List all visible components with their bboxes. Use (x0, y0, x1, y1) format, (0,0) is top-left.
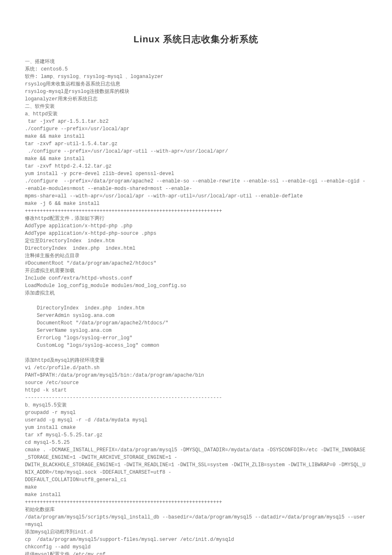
text-line: 初始化数据库 (25, 506, 367, 514)
text-line: ./configure --prefix=/usr/local/apr (25, 125, 367, 133)
text-line: 一、搭建环境 (25, 58, 367, 66)
text-line: 注释掉主服务的站点目录 (25, 252, 367, 260)
text-line: 软件: lamp、rsyslog、rsyslog-mysql 、loganaly… (25, 73, 367, 80)
text-line: 开启虚拟主机需要加载 (25, 267, 367, 275)
text-line: AddType application/x-httpd-php .php (25, 222, 367, 230)
text-line: ServerName syslog.ana.com (25, 327, 367, 334)
text-line: make -j 6 && make install (25, 200, 367, 207)
text-line: CustomLog "logs/syslog-access_log" commo… (25, 342, 367, 349)
text-line: groupadd -r mysql (25, 409, 367, 416)
text-line: 定位至DirectoryIndex index.htm (25, 237, 367, 245)
text-line: 添加虚拟主机 (25, 290, 367, 297)
text-line: ./configure --prefix=/data/program/apach… (25, 178, 367, 192)
text-line: tar xf mysql-5.5.25.tar.gz (25, 431, 367, 439)
text-line: loganalyzer用来分析系统日志 (25, 95, 367, 103)
text-line: tar -jxvf apr-1.5.1.tar.bz2 (25, 118, 367, 125)
text-line: tar -zxvf apr-util-1.5.4.tar.gz (25, 140, 367, 148)
text-line: /data/program/mysql5/scripts/mysql_insta… (25, 514, 367, 528)
text-line: cp /data/program/mysql5/support-files/my… (25, 536, 367, 543)
text-line: DWITH_BLACKHOLE_STORAGE_ENGINE=1 -DWITH_… (25, 461, 367, 476)
text-line: b、mysql5.5安装 (25, 402, 367, 409)
text-line: LoadModule log_config_module modules/mod… (25, 282, 367, 290)
text-line: rsyslog-mysql是rsyslog连接数据库的模块 (25, 88, 367, 95)
text-line: ./configure --prefix=/usr/local/apr-util… (25, 148, 367, 155)
text-line: make && make install (25, 133, 367, 140)
text-line: a、httpd安装 (25, 110, 367, 118)
text-line: make install (25, 491, 367, 499)
text-line: tar -zxvf httpd-2.4.12.tar.gz (25, 163, 367, 170)
text-line: ErrorLog "logs/syslog-error_log" (25, 334, 367, 342)
document-page: Linux 系统日志收集分析系统 一、搭建环境系统: centos6.5软件: … (0, 0, 392, 555)
text-line: cmake . -DCMAKE_INSTALL_PREFIX=/data/pro… (25, 446, 367, 461)
text-line: DDEFAULT_COLLATION=utf8_general_ci (25, 476, 367, 484)
text-line: source /etc/source (25, 379, 367, 387)
text-line (25, 297, 367, 304)
text-line: 添加httpd及mysql的路径环境变量 (25, 357, 367, 364)
text-line: chkconfig --add mysqld (25, 543, 367, 551)
text-line: AddType application/x-httpd-php-source .… (25, 230, 367, 237)
text-line: ++++++++++++++++++++++++++++++++++++++++… (25, 499, 367, 506)
text-line: make (25, 484, 367, 491)
text-line: Include conf/extra/httpd-vhosts.conf (25, 275, 367, 282)
page-title: Linux 系统日志收集分析系统 (25, 33, 367, 46)
text-line: DirectoryIndex index.php index.html (25, 245, 367, 252)
text-line: 添加mysql启动程序到init.d (25, 528, 367, 536)
text-line: useradd -g mysql -r -d /data/mydata mysq… (25, 416, 367, 424)
text-line: vi /etc/profile.d/path.sh (25, 364, 367, 372)
text-line: ----------------------------------------… (25, 394, 367, 402)
text-line: DocumentRoot "/data/program/apache2/htdo… (25, 319, 367, 327)
text-line: rsyslog用来收集远程服务器系统日志信息 (25, 80, 367, 88)
text-line: httpd -k start (25, 387, 367, 394)
text-line: yum install cmake (25, 424, 367, 431)
text-line: 系统: centos6.5 (25, 66, 367, 73)
text-line: cd mysql-5.5.25 (25, 439, 367, 446)
text-line: mpms-share=all --with-apr=/usr/local/apr… (25, 192, 367, 200)
text-line (25, 349, 367, 357)
text-line: yum install -y pcre-devel zlib-devel ope… (25, 170, 367, 178)
text-line: make && make install (25, 155, 367, 163)
document-body: 一、搭建环境系统: centos6.5软件: lamp、rsyslog、rsys… (25, 58, 367, 555)
text-line: PAHT=$PATH:/data/program/mysql5/bin:/dat… (25, 372, 367, 379)
text-line: 二、软件安装 (25, 103, 367, 110)
text-line: ServerAdmin syslog.ana.com (25, 312, 367, 319)
text-line: 提供mysql配置文件 /etc/my.cnf (25, 551, 367, 555)
text-line: ++++++++++++++++++++++++++++++++++++++++… (25, 207, 367, 215)
text-line: 修改httpd配置文件，添加如下两行 (25, 215, 367, 222)
text-line: #DocumentRoot "/data/program/apache2/htd… (25, 260, 367, 267)
text-line: DirectoryIndex index.php index.htm (25, 304, 367, 312)
